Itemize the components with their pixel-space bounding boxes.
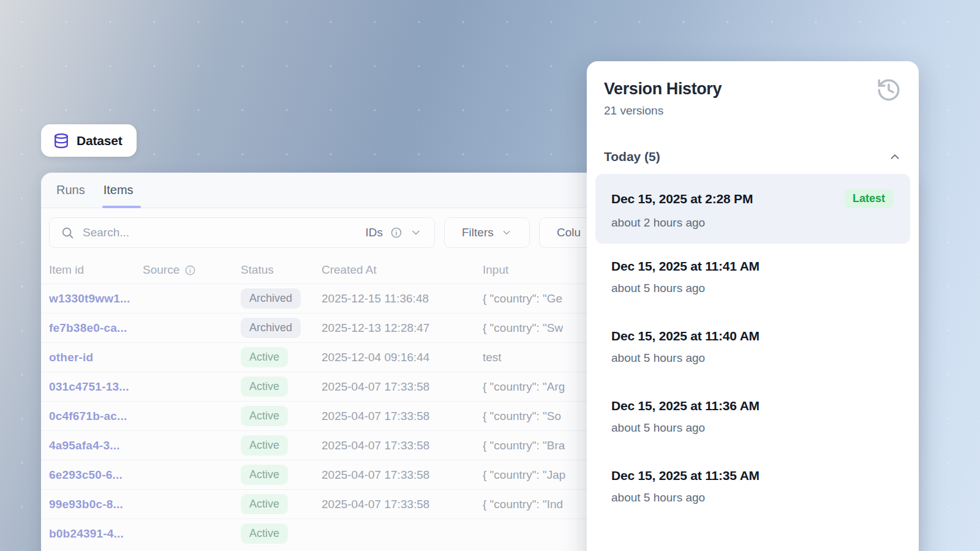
filters-button[interactable]: Filters [444, 217, 530, 248]
item-id-link[interactable]: 6e293c50-6... [49, 468, 143, 482]
search-input[interactable] [83, 226, 357, 239]
created-at-cell: 2025-04-07 17:33:58 [322, 380, 483, 394]
version-group-label: Today (5) [604, 149, 660, 164]
status-cell: Archived [241, 288, 322, 309]
version-entry-title: Dec 15, 2025 at 2:28 PM [611, 192, 753, 206]
dataset-chip-label: Dataset [77, 133, 122, 148]
version-entry-title: Dec 15, 2025 at 11:40 AM [611, 329, 760, 343]
column-header-status[interactable]: Status [241, 263, 322, 277]
status-badge: Active [241, 406, 288, 426]
status-cell: Active [241, 406, 322, 426]
version-history-panel: Version History 21 versions Today (5) De… [587, 61, 919, 551]
status-cell: Active [241, 435, 322, 455]
version-history-header: Version History 21 versions [587, 61, 919, 118]
version-entry-time-ago: about 5 hours ago [611, 491, 893, 504]
item-id-link[interactable]: 031c4751-13... [49, 380, 143, 394]
chevron-down-icon [501, 227, 512, 239]
status-badge: Active [241, 465, 288, 485]
version-entry[interactable]: Dec 15, 2025 at 11:40 AM about 5 hours a… [595, 313, 910, 383]
version-entry-time-ago: about 2 hours ago [611, 216, 893, 230]
status-badge: Active [241, 377, 288, 397]
version-entry-time-ago: about 5 hours ago [611, 282, 893, 295]
history-icon[interactable] [876, 77, 902, 103]
version-entry-title: Dec 15, 2025 at 11:35 AM [611, 468, 760, 483]
version-group-today[interactable]: Today (5) [587, 149, 919, 164]
version-entries-list: Dec 15, 2025 at 2:28 PM Latest about 2 h… [587, 174, 919, 523]
status-badge: Active [241, 347, 288, 367]
created-at-cell: 2025-04-07 17:33:58 [322, 468, 483, 482]
version-entry[interactable]: Dec 15, 2025 at 2:28 PM Latest about 2 h… [595, 174, 910, 244]
ids-label: IDs [366, 226, 383, 239]
version-entry-time-ago: about 5 hours ago [611, 421, 893, 435]
status-cell: Active [241, 465, 322, 485]
item-id-link[interactable]: 4a95afa4-3... [49, 439, 143, 452]
created-at-cell: 2025-04-07 17:33:58 [322, 498, 483, 511]
search-box[interactable]: IDs [49, 217, 435, 248]
version-history-title: Version History [604, 80, 900, 99]
status-badge: Active [241, 494, 288, 514]
column-header-source[interactable]: Source [143, 263, 241, 277]
columns-label: Colu [557, 226, 581, 239]
item-id-link[interactable]: 0c4f671b-ac... [49, 410, 143, 423]
status-cell: Active [241, 377, 322, 397]
database-icon [53, 133, 69, 149]
version-count: 21 versions [604, 104, 900, 118]
ids-dropdown[interactable]: IDs [366, 226, 423, 239]
created-at-cell: 2025-12-13 12:28:47 [322, 321, 483, 335]
status-cell: Archived [241, 318, 322, 338]
info-icon [390, 227, 402, 239]
version-entry-title: Dec 15, 2025 at 11:41 AM [611, 259, 760, 274]
search-icon [61, 226, 74, 239]
chevron-up-icon[interactable] [888, 150, 902, 163]
filters-label: Filters [462, 226, 494, 239]
created-at-cell: 2025-12-04 09:16:44 [322, 351, 483, 364]
status-badge: Archived [241, 318, 301, 338]
version-entry[interactable]: Dec 15, 2025 at 11:36 AM about 5 hours a… [595, 383, 910, 453]
version-entry-time-ago: about 5 hours ago [611, 351, 893, 365]
created-at-cell: 2025-04-07 17:33:58 [322, 439, 483, 452]
version-entry[interactable]: Dec 15, 2025 at 11:41 AM about 5 hours a… [595, 244, 910, 313]
created-at-cell: 2025-12-15 11:36:48 [322, 292, 483, 305]
item-id-link[interactable]: b0b24391-4... [49, 527, 143, 541]
status-badge: Active [241, 435, 288, 455]
item-id-link[interactable]: 99e93b0c-8... [49, 498, 143, 511]
chevron-down-icon [410, 227, 422, 239]
column-header-item-id[interactable]: Item id [49, 263, 143, 277]
version-entry-title: Dec 15, 2025 at 11:36 AM [611, 399, 760, 413]
dataset-chip[interactable]: Dataset [41, 124, 137, 157]
status-badge: Active [241, 523, 288, 544]
status-cell: Active [241, 347, 322, 367]
tab-items[interactable]: Items [104, 173, 134, 208]
item-id-link[interactable]: fe7b38e0-ca... [49, 321, 143, 335]
item-id-link[interactable]: other-id [49, 351, 143, 364]
latest-badge: Latest [845, 189, 893, 208]
status-cell: Active [241, 523, 322, 544]
created-at-cell: 2025-04-07 17:33:58 [322, 410, 483, 423]
item-id-link[interactable]: w1330t9ww1... [49, 292, 143, 305]
info-icon [184, 264, 196, 276]
desktop-background: Dataset Runs Items IDs [0, 0, 980, 551]
column-header-created-at[interactable]: Created At [322, 263, 483, 277]
tab-runs[interactable]: Runs [56, 173, 85, 208]
version-entry[interactable]: Dec 15, 2025 at 11:35 AM about 5 hours a… [595, 453, 910, 523]
status-badge: Archived [241, 288, 301, 309]
status-cell: Active [241, 494, 322, 514]
